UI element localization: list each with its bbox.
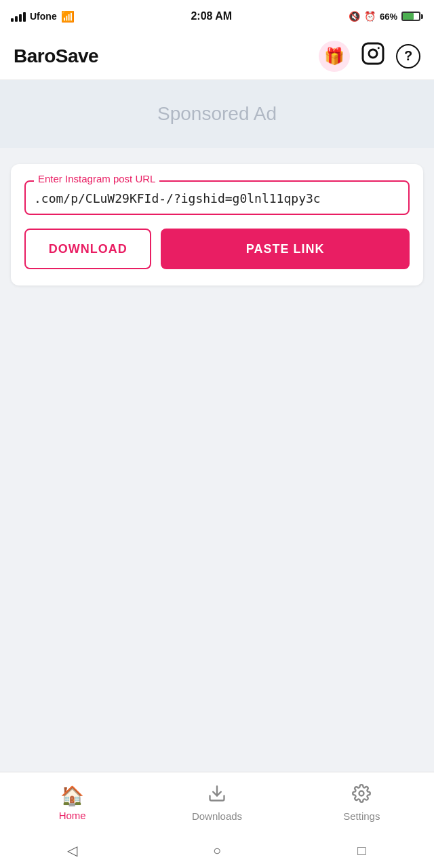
gift-button[interactable]: 🎁 — [319, 41, 350, 72]
ad-banner: Sponsored Ad — [0, 80, 434, 148]
back-button[interactable]: ◁ — [60, 838, 85, 863]
nav-item-settings[interactable]: Settings — [290, 778, 434, 827]
ad-text: Sponsored Ad — [157, 103, 277, 125]
url-input[interactable] — [34, 186, 400, 205]
paste-link-button[interactable]: PASTE LINK — [161, 229, 410, 269]
android-nav: ◁ ○ □ — [0, 833, 434, 868]
status-right-icons: 🔇 ⏰ 66% — [349, 11, 423, 22]
svg-point-1 — [369, 50, 377, 58]
wifi-icon: 📶 — [61, 10, 75, 23]
downloads-icon — [208, 784, 226, 808]
home-label: Home — [59, 810, 86, 821]
url-input-label: Enter Instagram post URL — [34, 173, 159, 184]
main-content: Enter Instagram post URL DOWNLOAD PASTE … — [0, 148, 434, 772]
nav-item-home[interactable]: 🏠 Home — [0, 779, 144, 827]
svg-point-4 — [359, 791, 364, 795]
battery-percent: 66% — [380, 12, 397, 22]
download-button[interactable]: DOWNLOAD — [24, 229, 151, 269]
help-button[interactable]: ? — [396, 44, 420, 68]
instagram-button[interactable] — [361, 41, 385, 71]
status-time: 2:08 AM — [191, 10, 232, 22]
status-bar: Ufone 📶 2:08 AM 🔇 ⏰ 66% — [0, 0, 434, 33]
home-icon: 🏠 — [60, 785, 84, 807]
url-input-wrapper: Enter Instagram post URL — [24, 180, 410, 215]
help-icon: ? — [404, 48, 412, 64]
home-button[interactable]: ○ — [205, 838, 229, 863]
downloads-label: Downloads — [192, 810, 242, 822]
signal-icon — [11, 11, 26, 22]
settings-label: Settings — [343, 810, 380, 822]
volume-icon: 🔇 — [349, 11, 360, 22]
header-icons: 🎁 ? — [319, 41, 420, 72]
nav-item-downloads[interactable]: Downloads — [144, 778, 289, 827]
battery-icon — [401, 12, 423, 21]
svg-rect-0 — [363, 43, 383, 64]
svg-point-2 — [378, 47, 380, 49]
app-logo: BaroSave — [14, 45, 98, 67]
alarm-icon: ⏰ — [364, 11, 376, 22]
settings-icon — [352, 784, 371, 808]
gift-icon: 🎁 — [324, 47, 344, 66]
action-buttons: DOWNLOAD PASTE LINK — [24, 229, 410, 269]
app-header: BaroSave 🎁 ? — [0, 33, 434, 80]
bottom-nav: 🏠 Home Downloads Settings — [0, 772, 434, 833]
recent-button[interactable]: □ — [349, 838, 374, 863]
carrier-name: Ufone — [30, 11, 57, 22]
carrier-signal: Ufone 📶 — [11, 10, 75, 23]
url-card: Enter Instagram post URL DOWNLOAD PASTE … — [11, 164, 423, 285]
